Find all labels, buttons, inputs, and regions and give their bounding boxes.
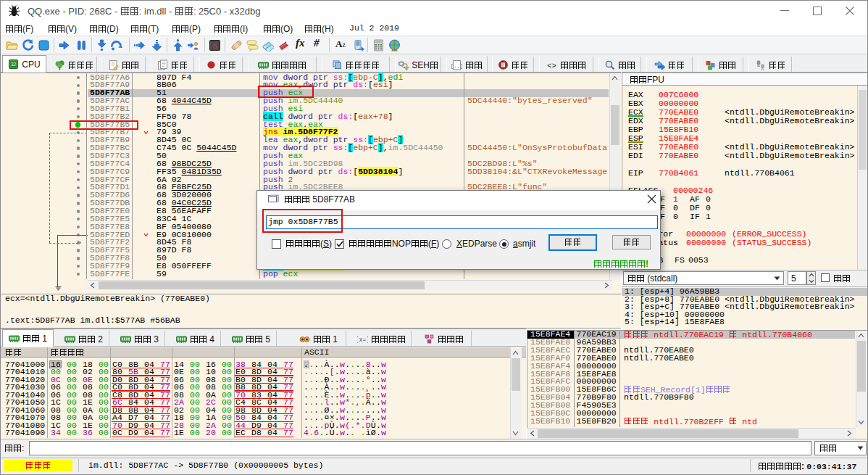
- svg-text:!: !: [406, 67, 407, 70]
- svg-text:{..}: {..}: [451, 62, 462, 69]
- svg-text:32: 32: [11, 62, 17, 67]
- svg-text:<>: <>: [547, 62, 556, 70]
- svg-text:S: S: [212, 41, 217, 51]
- svg-text:[x=]: [x=]: [357, 336, 368, 344]
